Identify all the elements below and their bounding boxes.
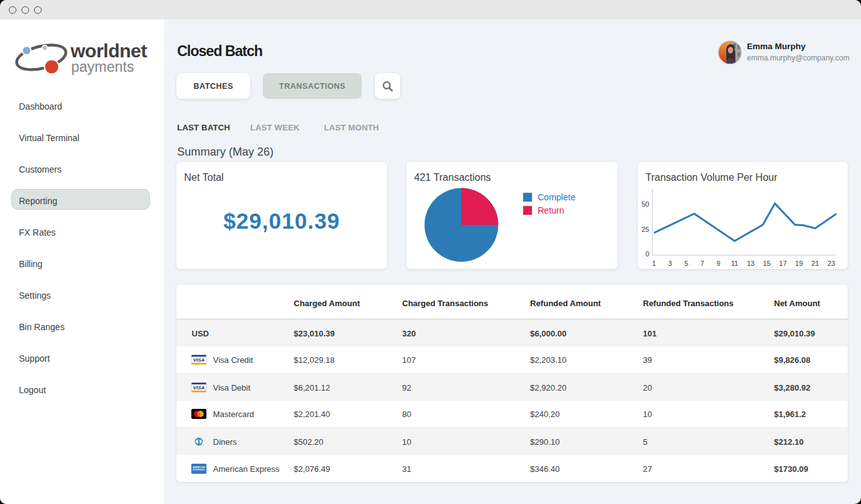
svg-text:payments: payments — [71, 59, 134, 75]
svg-text:13: 13 — [747, 260, 754, 267]
svg-text:0: 0 — [645, 250, 649, 258]
svg-text:3: 3 — [668, 260, 672, 267]
svg-text:17: 17 — [779, 260, 787, 267]
svg-text:EXPRESS: EXPRESS — [193, 469, 205, 471]
svg-text:Return: Return — [538, 205, 564, 215]
svg-text:VISA: VISA — [193, 357, 205, 363]
svg-text:11: 11 — [731, 260, 738, 267]
svg-text:1: 1 — [652, 260, 656, 267]
svg-text:50: 50 — [642, 200, 649, 208]
svg-text:VISA: VISA — [193, 385, 205, 391]
svg-text:25: 25 — [642, 226, 649, 233]
svg-text:15: 15 — [763, 260, 770, 267]
svg-text:9: 9 — [717, 260, 720, 267]
svg-text:19: 19 — [795, 260, 803, 267]
svg-text:21: 21 — [811, 260, 819, 267]
svg-text:Complete: Complete — [538, 192, 575, 202]
svg-text:23: 23 — [828, 260, 835, 267]
svg-text:5: 5 — [685, 260, 688, 267]
svg-text:7: 7 — [700, 260, 704, 267]
